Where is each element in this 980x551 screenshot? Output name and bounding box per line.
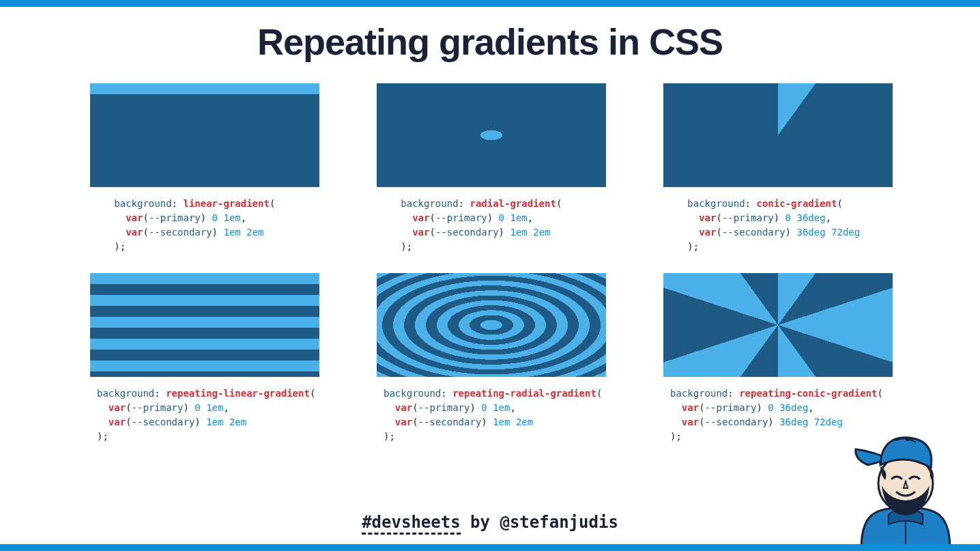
code-repeating-linear-gradient: background: repeating-linear-gradient( v… (90, 386, 319, 444)
example-linear: background: linear-gradient( var(--prima… (90, 83, 319, 254)
code-radial-gradient: background: radial-gradient( var(--prima… (377, 197, 606, 254)
footer-handle: @stefanjudis (500, 513, 618, 532)
examples-grid: background: linear-gradient( var(--prima… (0, 83, 980, 444)
swatch-repeating-linear-gradient (90, 273, 319, 377)
swatch-linear-gradient (90, 83, 319, 187)
page-title: Repeating gradients in CSS (0, 20, 980, 63)
footer-by: by (461, 513, 500, 532)
example-conic: background: conic-gradient( var(--primar… (663, 83, 893, 254)
svg-point-2 (906, 437, 910, 441)
footer-hashtag: #devsheets (362, 513, 461, 535)
example-repeating-radial: background: repeating-radial-gradient( v… (377, 273, 606, 444)
swatch-repeating-radial-gradient (377, 273, 606, 377)
swatch-conic-gradient (663, 83, 893, 187)
footer-credit: #devsheets by @stefanjudis (0, 513, 980, 532)
author-avatar-icon (848, 412, 964, 548)
swatch-radial-gradient (377, 83, 606, 187)
example-radial: background: radial-gradient( var(--prima… (377, 83, 606, 254)
example-repeating-linear: background: repeating-linear-gradient( v… (90, 273, 319, 444)
code-conic-gradient: background: conic-gradient( var(--primar… (663, 197, 893, 254)
swatch-repeating-conic-gradient (663, 273, 893, 377)
code-repeating-radial-gradient: background: repeating-radial-gradient( v… (377, 386, 606, 444)
code-linear-gradient: background: linear-gradient( var(--prima… (90, 197, 319, 254)
